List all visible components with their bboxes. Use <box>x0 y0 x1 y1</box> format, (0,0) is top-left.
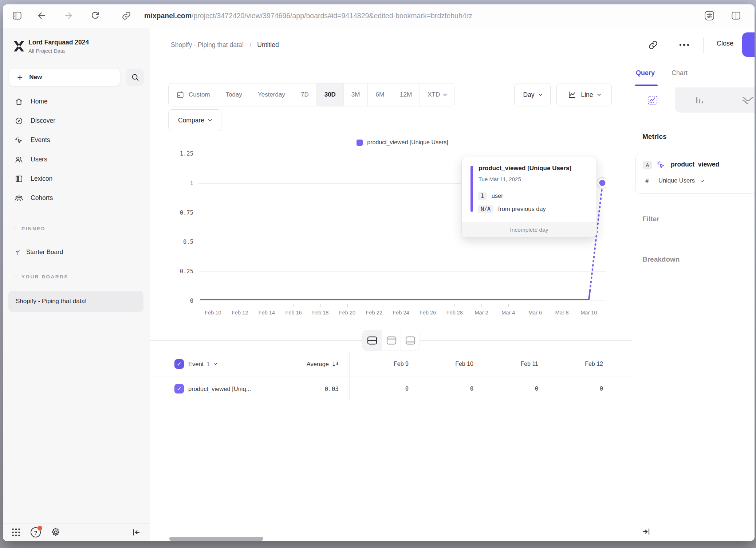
close-button[interactable]: Close <box>717 40 733 47</box>
range-3m[interactable]: 3M <box>343 83 368 106</box>
sidebar-item-board-shopify[interactable]: Shopify - Piping that data! <box>8 291 143 312</box>
sidebar-item-label: Events <box>31 136 50 144</box>
range-label: XTD <box>428 91 440 98</box>
strip-divider <box>724 90 724 110</box>
your-boards-section-header[interactable]: YOUR BOARDS <box>14 274 68 279</box>
y-axis-tick-label: 1 <box>150 180 193 187</box>
funnels-report-button[interactable] <box>694 94 705 106</box>
date-range-segmented-control: Custom Today Yesterday 7D 30D 3M 6M 12M … <box>168 83 454 106</box>
extensions-icon[interactable] <box>704 10 715 21</box>
event-cursor-icon <box>15 136 23 145</box>
more-options-icon[interactable] <box>680 44 689 46</box>
sidebar-item-discover[interactable]: Discover <box>3 111 150 130</box>
metric-operator: # <box>645 177 649 184</box>
range-30d-active[interactable]: 30D <box>316 83 343 106</box>
range-label: Today <box>226 91 242 98</box>
select-all-checkbox[interactable]: ✓ <box>174 359 184 369</box>
x-axis-labels: Feb 10Feb 12Feb 14Feb 16Feb 18Feb 20Feb … <box>200 305 602 316</box>
collapse-sidebar-icon[interactable] <box>131 528 141 537</box>
x-axis-tick-label: Feb 12 <box>227 305 253 316</box>
row-values: 0000 <box>349 376 609 401</box>
sidebar-nav: Home Discover Events Users Lexicon <box>3 92 150 208</box>
range-12m[interactable]: 12M <box>392 83 420 106</box>
pinned-section-header[interactable]: PINNED <box>14 226 46 231</box>
reload-icon[interactable] <box>90 11 100 21</box>
range-xtd[interactable]: XTD <box>420 83 454 106</box>
sidebar-item-starter-board[interactable]: Starter Board <box>14 248 63 256</box>
tooltip-series-bar <box>470 166 473 212</box>
tab-query[interactable]: Query <box>636 69 655 77</box>
chevron-down-icon <box>597 92 601 96</box>
collapse-panel-icon[interactable] <box>642 527 651 536</box>
chart-type-dropdown[interactable]: Line <box>556 83 612 106</box>
average-column-header[interactable]: Average <box>260 352 344 376</box>
sidebar-item-events[interactable]: Events <box>3 130 150 150</box>
y-axis-tick-label: 1.25 <box>150 150 193 157</box>
copy-link-icon[interactable] <box>648 40 658 50</box>
apps-grid-icon[interactable] <box>11 527 21 537</box>
board-name-label: Shopify - Piping that data! <box>16 298 87 305</box>
table-header-row: ✓ Event 1 Average Feb 9Feb 10Feb 11Feb 1… <box>150 352 632 376</box>
data-point[interactable] <box>599 180 606 186</box>
sidebar-item-cohorts[interactable]: Cohorts <box>3 188 150 208</box>
metric-card[interactable]: A product_viewed # Unique Users <box>635 154 755 194</box>
help-button[interactable]: ? <box>31 527 41 537</box>
sidebar-item-label: Discover <box>31 117 55 125</box>
range-yesterday[interactable]: Yesterday <box>250 83 293 106</box>
sidebar-item-lexicon[interactable]: Lexicon <box>3 169 150 188</box>
sidebar-item-home[interactable]: Home <box>3 92 150 111</box>
x-axis-tick-label: Feb 18 <box>307 305 334 316</box>
table-row[interactable]: ✓ product_viewed [Uniq... 0.03 0000 <box>150 376 632 401</box>
save-button-partial[interactable] <box>742 32 755 57</box>
chart-type-label: Line <box>581 91 593 99</box>
new-button[interactable]: + New <box>9 68 120 86</box>
workspace-name: Lord Farquaad 2024 <box>28 39 89 46</box>
compare-label: Compare <box>178 117 204 124</box>
layout-chart-only-button[interactable] <box>382 330 401 351</box>
layout-table-only-button[interactable] <box>401 330 420 351</box>
metric-event-name[interactable]: product_viewed <box>671 161 719 168</box>
tooltip-value-unit: user <box>492 192 503 199</box>
chevron-down-icon <box>13 226 17 230</box>
split-view-icon[interactable] <box>731 10 741 21</box>
breakdown-section-header: Breakdown <box>642 255 680 263</box>
range-today[interactable]: Today <box>218 83 250 106</box>
url-bar[interactable]: mixpanel.com/project/3472420/view/397469… <box>144 4 472 27</box>
date-column-header: Feb 9 <box>349 352 414 376</box>
forward-icon[interactable] <box>63 11 74 21</box>
range-7d[interactable]: 7D <box>293 83 316 106</box>
insights-report-button[interactable] <box>647 94 658 106</box>
flows-report-button[interactable] <box>742 94 754 106</box>
metric-letter-chip: A <box>643 161 652 169</box>
report-type-strip <box>632 87 755 113</box>
tab-chart[interactable]: Chart <box>672 69 688 77</box>
breadcrumb-page-title[interactable]: Untitled <box>257 41 279 49</box>
event-column-header[interactable]: Event 1 <box>188 352 217 376</box>
granularity-dropdown[interactable]: Day <box>514 83 551 106</box>
range-custom[interactable]: Custom <box>169 83 218 106</box>
layout-split-view-button[interactable] <box>363 330 382 351</box>
workspace-subtitle: All Project Data <box>28 48 65 54</box>
workspace-switcher[interactable]: Lord Farquaad 2024 All Project Data <box>3 28 150 64</box>
back-icon[interactable] <box>36 11 47 21</box>
lexicon-book-icon <box>15 175 23 183</box>
starter-board-label: Starter Board <box>26 248 63 256</box>
event-count: 1 <box>206 361 210 368</box>
horizontal-scrollbar[interactable] <box>169 537 263 541</box>
x-axis-tick-label: Feb 20 <box>334 305 361 316</box>
row-value-cell: 0 <box>544 376 609 401</box>
range-6m[interactable]: 6M <box>367 83 392 106</box>
range-label: Custom <box>189 91 210 98</box>
metric-measure-dropdown[interactable]: Unique Users <box>658 177 704 184</box>
chart-legend[interactable]: product_viewed [Unique Users] <box>198 139 606 146</box>
search-button[interactable] <box>126 68 144 86</box>
compare-button[interactable]: Compare <box>168 109 221 131</box>
header-divider <box>703 38 704 53</box>
sidebar-item-users[interactable]: Users <box>3 150 150 169</box>
chevron-down-icon <box>208 117 212 121</box>
date-column-headers: Feb 9Feb 10Feb 11Feb 12 <box>349 352 609 376</box>
settings-gear-icon[interactable] <box>50 527 61 538</box>
row-checkbox[interactable]: ✓ <box>174 384 184 394</box>
breadcrumb-board-link[interactable]: Shopify - Piping that data! <box>171 41 244 49</box>
browser-sidebar-toggle-icon[interactable] <box>12 10 23 21</box>
